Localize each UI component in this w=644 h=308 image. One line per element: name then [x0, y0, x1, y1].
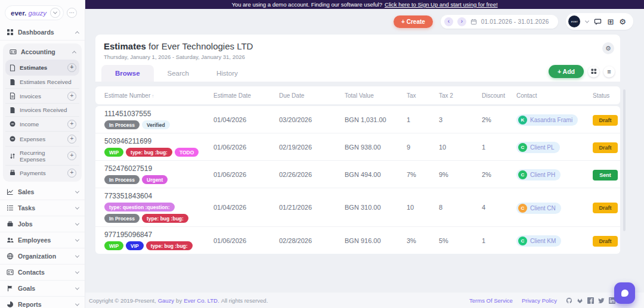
gitlab-icon[interactable]: [577, 297, 583, 304]
signup-link[interactable]: Click here to Sign Up and start using fo…: [385, 1, 498, 8]
date-range-picker[interactable]: ‹ › 01.01.2026 - 31.01.2026: [441, 15, 559, 29]
table-row[interactable]: 111451037555 In Process Verified 01/04/2…: [95, 106, 620, 133]
app-logo[interactable]: ever. gauzy: [5, 5, 64, 20]
sidebar-item-sales[interactable]: Sales: [0, 184, 85, 200]
chevron-down-icon: [585, 18, 589, 23]
column-header-contact[interactable]: Contact: [516, 92, 593, 99]
total-value: BGN 494.00: [345, 171, 407, 178]
tab-search[interactable]: Search: [154, 65, 203, 82]
tab-history[interactable]: History: [203, 65, 252, 82]
tax2: 3: [439, 116, 482, 123]
copyright: Copyright © 2019-Present,GauzybyEver Co.…: [89, 297, 270, 304]
add-invoice-button[interactable]: +: [67, 92, 76, 101]
sidebar-item-tasks[interactable]: Tasks: [0, 200, 85, 216]
table-row[interactable]: 977195096847 WIP VIP type: bug :bug: 01/…: [95, 227, 620, 254]
sidebar-item-label: Estimates Received: [20, 79, 72, 85]
sidebar-item-label: Sales: [18, 188, 34, 195]
table-row[interactable]: 752476027519 In Process Urgent 01/06/202…: [95, 161, 620, 188]
sidebar-item-expenses[interactable]: Expenses +: [5, 132, 79, 147]
add-payment-button[interactable]: +: [67, 169, 76, 178]
sidebar-item-accounting[interactable]: Accounting: [5, 44, 79, 60]
chat-widget-button[interactable]: [614, 282, 635, 304]
contact-chip[interactable]: CClient PL: [516, 142, 560, 153]
contacts-icon: [6, 269, 14, 276]
add-estimate-button[interactable]: + Add: [549, 65, 584, 78]
support-chat-icon[interactable]: [594, 18, 602, 26]
sidebar-item-invoices[interactable]: Invoices +: [5, 89, 79, 104]
sidebar-item-organization[interactable]: Organization: [0, 248, 85, 265]
sidebar-item-reports[interactable]: Reports: [0, 297, 85, 308]
table-settings-gear-icon[interactable]: ⚙: [602, 42, 614, 54]
grid-view-button[interactable]: [588, 66, 599, 77]
twitter-icon[interactable]: [598, 297, 605, 304]
tab-browse[interactable]: Browse: [101, 65, 154, 82]
column-header-estimate-date[interactable]: Estimate Date: [213, 92, 279, 99]
sidebar-item-estimates-received[interactable]: Estimates Received: [5, 76, 79, 89]
tag-pill: type: bug :bug:: [126, 148, 172, 157]
sidebar-item-label: Dashboards: [18, 29, 54, 36]
organization-selector[interactable]: ever ⊞ ⚙: [566, 13, 633, 30]
table-scrollbar[interactable]: [623, 89, 626, 231]
sidebar-item-dashboards[interactable]: Dashboards: [0, 24, 85, 41]
privacy-link[interactable]: Privacy Policy: [522, 297, 557, 304]
table-row[interactable]: 773351843604 type: question :question: I…: [95, 188, 620, 227]
sidebar-item-recurring-expenses[interactable]: Recurring Expenses +: [5, 147, 79, 166]
tag-pill: Verified: [142, 120, 170, 129]
sidebar-more-button[interactable]: ⋯: [67, 8, 77, 18]
list-view-button[interactable]: ≡: [603, 66, 615, 77]
sidebar: ever. gauzy ⋯ Dashboards Accounting Esti…: [0, 0, 85, 308]
tax2: 5%: [439, 237, 482, 244]
logo-chevron-button[interactable]: [50, 8, 60, 18]
sidebar-item-invoices-received[interactable]: Invoices Received: [5, 104, 79, 117]
tax: 10: [407, 204, 439, 211]
sidebar-item-estimates[interactable]: Estimates +: [5, 60, 79, 76]
column-header-tax[interactable]: Tax: [407, 92, 439, 99]
apps-icon[interactable]: ⊞: [607, 18, 614, 26]
estimates-received-icon: [8, 79, 16, 86]
sidebar-item-employees[interactable]: Employees: [0, 232, 85, 248]
next-period-button[interactable]: ›: [457, 17, 466, 26]
add-estimate-button[interactable]: +: [67, 63, 76, 72]
add-expense-button[interactable]: +: [67, 135, 76, 144]
prev-period-button[interactable]: ‹: [444, 17, 453, 26]
topbar: + Create ‹ › 01.01.2026 - 31.01.2026 eve…: [85, 9, 644, 34]
column-header-discount[interactable]: Discount: [482, 92, 516, 99]
sidebar-item-goals[interactable]: Goals: [0, 281, 85, 297]
due-date: 02/26/2026: [279, 171, 345, 178]
contact-avatar: K: [518, 116, 527, 125]
chat-bubble-icon: [621, 290, 628, 297]
contact-chip[interactable]: CClient PH: [516, 169, 561, 181]
column-header-tax2[interactable]: Tax 2: [439, 92, 482, 99]
settings-gear-icon[interactable]: ⚙: [619, 18, 626, 26]
sidebar-item-income[interactable]: Income +: [5, 117, 79, 132]
gauzy-link[interactable]: Gauzy: [158, 297, 174, 304]
add-income-button[interactable]: +: [67, 120, 76, 129]
ever-co-link[interactable]: Ever Co. LTD.: [184, 297, 219, 304]
sidebar-item-label: Goals: [18, 285, 35, 292]
contact-chip[interactable]: CClient KM: [516, 235, 561, 247]
contact-chip[interactable]: KKasandra Frami: [516, 114, 578, 126]
terms-link[interactable]: Terms Of Service: [469, 297, 513, 304]
total-value: BGN 938.00: [345, 144, 407, 151]
facebook-icon[interactable]: [587, 297, 594, 304]
table-row[interactable]: 503946211699 WIP type: bug :bug: TODO 01…: [95, 133, 620, 161]
table-body: 111451037555 In Process Verified 01/04/2…: [95, 106, 620, 254]
tag-pill: Urgent: [142, 175, 168, 184]
sort-icon: ↑: [151, 94, 154, 99]
chevron-up-icon: [72, 51, 76, 55]
column-header-due-date[interactable]: Due Date: [279, 92, 345, 99]
sidebar-item-jobs[interactable]: Jobs: [0, 216, 85, 232]
status-badge: Draft: [593, 203, 618, 213]
add-recurring-expense-button[interactable]: +: [67, 151, 76, 160]
create-button[interactable]: + Create: [394, 15, 433, 28]
column-header-estimate-number[interactable]: Estimate Number↑: [95, 92, 213, 99]
contact-chip[interactable]: CClient CN: [516, 203, 561, 214]
github-icon[interactable]: [566, 297, 572, 304]
sidebar-item-payments[interactable]: Payments +: [5, 166, 79, 180]
column-header-status[interactable]: Status: [593, 92, 620, 99]
column-header-total-value[interactable]: Total Value: [345, 92, 407, 99]
page-title-entity: Estimates: [104, 41, 146, 51]
sidebar-item-contacts[interactable]: Contacts: [0, 265, 85, 281]
income-icon: [8, 120, 16, 127]
page-header-card: Estimates for Ever Technologies LTD Thur…: [95, 35, 620, 82]
